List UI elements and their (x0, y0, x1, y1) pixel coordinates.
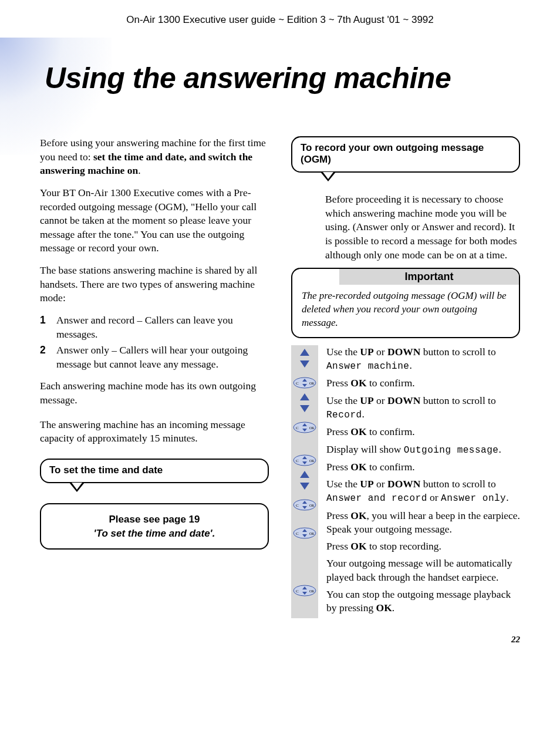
nav-ok-key-icon: COK (293, 499, 316, 511)
svg-text:C: C (296, 426, 299, 430)
svg-marker-8 (300, 405, 309, 412)
intro-paragraph-4: Each answering machine mode has its own … (40, 379, 269, 407)
step-4: Press OK to confirm. (326, 425, 520, 439)
svg-marker-7 (300, 393, 309, 400)
page-title: Using the answering machine (45, 61, 520, 95)
svg-text:C: C (296, 503, 299, 508)
page-number: 22 (40, 635, 520, 645)
step-1: Use the UP or DOWN button to scroll to A… (326, 345, 520, 373)
step-5: Display will show Outgoing message. (326, 443, 520, 457)
up-down-arrows-icon (299, 349, 311, 368)
svg-text:OK: OK (309, 504, 315, 507)
step-11: You can stop the outgoing message playba… (326, 588, 520, 615)
svg-text:C: C (296, 531, 299, 536)
ogm-intro: Before proceeding it is necessary to cho… (291, 193, 520, 262)
step-6: Press OK to confirm. (326, 460, 520, 474)
svg-text:OK: OK (309, 426, 315, 430)
mode-list: 1Answer and record – Callers can leave y… (40, 314, 269, 372)
intro-paragraph-2: Your BT On-Air 1300 Executive comes with… (40, 186, 269, 255)
step-8: Press OK, you will hear a beep in the ea… (326, 509, 520, 537)
step-10: Your outgoing message will be automatica… (326, 557, 520, 584)
nav-ok-key-icon: COK (293, 585, 316, 597)
up-down-arrows-icon (299, 471, 311, 490)
svg-marker-19 (300, 471, 309, 478)
important-title: Important (339, 269, 519, 285)
callout-pointer-icon (69, 483, 85, 492)
nav-ok-key-icon: COK (293, 422, 316, 433)
page: On-Air 1300 Executive user guide ~ Editi… (0, 0, 560, 662)
header-line: On-Air 1300 Executive user guide ~ Editi… (40, 14, 520, 26)
svg-marker-0 (300, 349, 309, 356)
icon-rail: COK COK COK COK COK COK (291, 345, 318, 619)
right-column: To record your own outgoing message (OGM… (291, 136, 520, 618)
intro-paragraph-3: The base stations answering machine is s… (40, 264, 269, 305)
step-texts: Use the UP or DOWN button to scroll to A… (318, 345, 520, 619)
important-box: Important The pre-recorded outgoing mess… (291, 268, 520, 338)
see-page-note: Please see page 19 'To set the time and … (40, 503, 269, 550)
svg-marker-1 (300, 360, 309, 368)
callout-pointer-icon (321, 172, 336, 181)
step-2: Press OK to confirm. (326, 376, 520, 390)
svg-marker-20 (300, 483, 309, 490)
step-7: Use the UP or DOWN button to scroll to A… (326, 477, 520, 506)
svg-text:C: C (296, 589, 299, 594)
svg-text:OK: OK (309, 459, 315, 463)
svg-text:OK: OK (309, 382, 315, 385)
svg-text:C: C (296, 459, 299, 463)
set-time-callout: To set the time and date (40, 459, 269, 483)
record-ogm-callout: To record your own outgoing message (OGM… (291, 136, 520, 173)
svg-text:OK: OK (309, 532, 315, 535)
nav-ok-key-icon: COK (293, 527, 316, 539)
list-item: 2Answer only – Callers will hear your ou… (40, 343, 269, 371)
up-down-arrows-icon (299, 393, 311, 412)
intro-paragraph-1: Before using your answering machine for … (40, 136, 269, 178)
nav-ok-key-icon: COK (293, 377, 316, 389)
svg-text:OK: OK (309, 589, 315, 593)
nav-ok-key-icon: COK (293, 454, 316, 466)
columns: Before using your answering machine for … (40, 136, 520, 618)
left-column: Before using your answering machine for … (40, 136, 269, 618)
intro-paragraph-5: The answering machine has an incoming me… (40, 418, 269, 446)
important-body: The pre-recorded outgoing message (OGM) … (301, 289, 511, 331)
title-block: Using the answering machine (40, 61, 520, 95)
step-9: Press OK to stop recording. (326, 540, 520, 553)
steps-block: COK COK COK COK COK COK Use the UP or DO… (291, 345, 520, 619)
list-item: 1Answer and record – Callers can leave y… (40, 314, 269, 341)
step-3: Use the UP or DOWN button to scroll to R… (326, 394, 520, 422)
svg-text:C: C (296, 381, 299, 386)
